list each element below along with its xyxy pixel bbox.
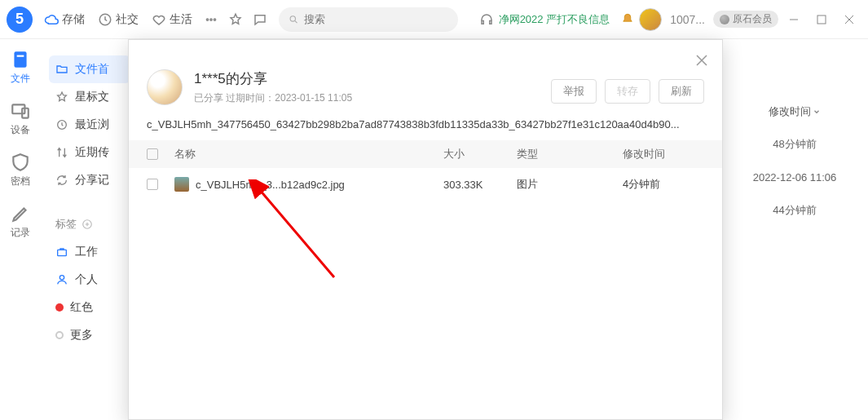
headphones-icon[interactable] (478, 12, 496, 27)
svg-rect-6 (14, 51, 26, 68)
save-button[interactable]: 转存 (605, 79, 650, 104)
rail-files[interactable]: 文件 (10, 49, 31, 86)
sidebar-file-home[interactable]: 文件首 (49, 55, 130, 83)
clock-outline-icon (55, 118, 68, 131)
top-social[interactable]: 社交 (93, 9, 143, 30)
bell-icon[interactable] (619, 12, 636, 27)
tags-header: 标签 (49, 214, 130, 238)
rail-devices-label: 设备 (11, 123, 30, 137)
share-path[interactable]: c_VBJLH5mh_347756450_63427bb298b2ba7ad87… (129, 105, 722, 140)
top-storage[interactable]: 存储 (39, 9, 90, 30)
bg-modtime-header[interactable]: 修改时间 (721, 39, 868, 127)
search-input[interactable] (304, 13, 448, 25)
bg-row-time: 44分钟前 (721, 193, 868, 228)
tag-red[interactable]: 红色 (49, 294, 130, 321)
col-size-label[interactable]: 大小 (443, 147, 517, 161)
tag-label: 工作 (75, 245, 98, 259)
top-life-label: 生活 (170, 12, 192, 27)
briefcase-icon (55, 245, 68, 259)
rail-files-label: 文件 (11, 72, 30, 86)
file-type: 图片 (517, 177, 623, 192)
sidebar-share-log[interactable]: 分享记 (49, 166, 130, 194)
rail-secure[interactable]: 密档 (10, 152, 31, 188)
sidebar: 文件首 星标文 最近浏 近期传 分享记 标签 工作 个人 红色 (41, 39, 130, 420)
files-icon (10, 49, 31, 70)
tag-work[interactable]: 工作 (49, 238, 130, 266)
svg-rect-12 (58, 250, 67, 255)
circle-outline-icon (55, 331, 64, 339)
window-maximize[interactable] (809, 7, 834, 32)
plus-icon[interactable] (82, 219, 93, 230)
share-title: 1***5的分享 (194, 69, 352, 88)
rail-records-label: 记录 (11, 226, 30, 240)
sidebar-item-label: 最近浏 (75, 117, 109, 132)
table-header: 名称 大小 类型 修改时间 (129, 140, 722, 168)
sidebar-item-label: 近期传 (75, 145, 109, 160)
star-icon[interactable] (225, 12, 246, 27)
sharer-avatar (147, 69, 183, 105)
sidebar-item-label: 文件首 (75, 62, 109, 77)
sidebar-item-label: 分享记 (75, 173, 109, 188)
sidebar-starred[interactable]: 星标文 (49, 83, 130, 111)
file-name-label: c_VBJLH5mh_3...b12ad9c2.jpg (196, 179, 345, 191)
svg-point-3 (214, 18, 215, 20)
file-size: 303.33K (443, 179, 517, 191)
chevron-down-icon (813, 108, 821, 116)
share-modal: 1***5的分享 已分享 过期时间：2023-01-15 11:05 举报 转存… (128, 39, 723, 420)
star-outline-icon (55, 91, 68, 104)
folder-icon (55, 63, 68, 76)
window-minimize[interactable] (782, 7, 806, 32)
window-close[interactable] (837, 7, 861, 32)
select-all-checkbox[interactable] (147, 148, 158, 160)
top-storage-label: 存储 (62, 12, 85, 27)
heart-icon (152, 12, 166, 27)
rail-records[interactable]: 记录 (10, 203, 31, 240)
sidebar-transfer[interactable]: 近期传 (49, 139, 130, 166)
file-time: 4分钟前 (623, 177, 704, 192)
top-life[interactable]: 生活 (147, 9, 197, 30)
member-badge[interactable]: 原石会员 (713, 11, 778, 28)
report-button[interactable]: 举报 (551, 79, 597, 104)
svg-rect-7 (17, 55, 24, 57)
gem-icon (720, 15, 729, 24)
tag-personal[interactable]: 个人 (49, 266, 130, 294)
share-subtitle: 已分享 过期时间：2023-01-15 11:05 (194, 91, 352, 105)
top-bar: 5 存储 社交 生活 净网2022 严打不良信息 1007... 原石会员 (0, 0, 868, 39)
devices-icon (10, 100, 31, 122)
tag-label: 更多 (70, 328, 93, 343)
svg-point-2 (210, 18, 212, 20)
modal-close-button[interactable] (696, 53, 707, 70)
refresh-icon (55, 174, 68, 187)
sidebar-recent[interactable]: 最近浏 (49, 111, 130, 139)
rail-devices[interactable]: 设备 (10, 100, 31, 137)
clock-icon (98, 12, 112, 27)
table-row[interactable]: c_VBJLH5mh_3...b12ad9c2.jpg 303.33K 图片 4… (129, 168, 722, 201)
bg-modtime-label: 修改时间 (769, 104, 811, 119)
background-right-column: 修改时间 48分钟前 2022-12-06 11:06 44分钟前 (721, 39, 868, 228)
shield-icon (10, 152, 31, 173)
tag-label: 个人 (75, 272, 98, 287)
svg-rect-5 (817, 15, 826, 24)
tag-more[interactable]: 更多 (49, 321, 130, 349)
app-logo[interactable]: 5 (7, 7, 33, 33)
col-time-label[interactable]: 修改时间 (623, 147, 704, 161)
search-box[interactable] (279, 7, 458, 32)
user-id-label: 1007... (670, 13, 705, 26)
chat-icon[interactable] (249, 12, 271, 27)
sidebar-item-label: 星标文 (75, 90, 109, 104)
user-avatar[interactable] (639, 8, 662, 31)
net-clean-label[interactable]: 净网2022 严打不良信息 (499, 12, 610, 27)
row-checkbox[interactable] (147, 179, 158, 190)
col-type-label[interactable]: 类型 (517, 147, 623, 161)
image-thumbnail-icon (174, 177, 189, 192)
svg-point-4 (290, 15, 295, 20)
col-name-label[interactable]: 名称 (174, 147, 443, 161)
person-icon (55, 273, 68, 286)
more-icon[interactable] (200, 12, 222, 27)
svg-point-13 (59, 276, 64, 280)
top-social-label: 社交 (116, 12, 139, 27)
rail-secure-label: 密档 (11, 175, 30, 188)
refresh-button[interactable]: 刷新 (659, 79, 704, 104)
cloud-icon (44, 12, 59, 27)
left-rail: 文件 设备 密档 记录 (0, 39, 41, 420)
